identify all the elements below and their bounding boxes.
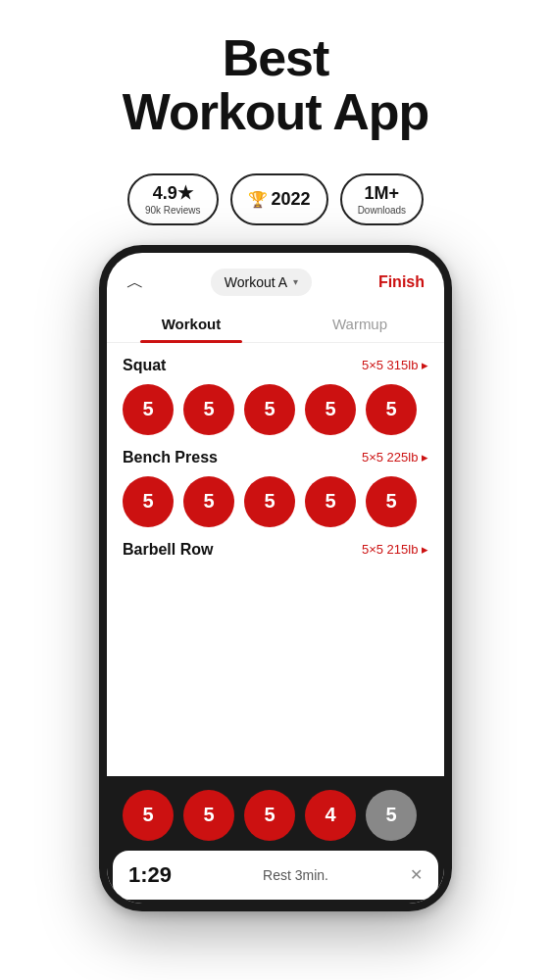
phone-bottom-bar: 5 5 5 4 5 1:29 Rest 3min. ✕ [107,776,444,904]
tab-workout[interactable]: Workout [107,306,276,342]
finish-button[interactable]: Finish [378,273,425,291]
squat-header: Squat 5×5 315lb ▸ [123,357,428,374]
barbell-row-header: Barbell Row 5×5 215lb ▸ [123,541,428,559]
downloads-sub: Downloads [358,205,406,216]
tab-bar: Workout Warmup [107,306,444,343]
barbell-set-5[interactable]: 5 [366,790,417,841]
exercise-squat: Squat 5×5 315lb ▸ 5 5 5 5 5 [123,357,428,435]
chevron-down-icon[interactable]: ︿ [126,270,144,294]
exercise-bench-press: Bench Press 5×5 225lb ▸ 5 5 5 5 5 [123,449,428,527]
bench-set-3[interactable]: 5 [244,476,295,527]
workout-selector[interactable]: Workout A ▾ [211,269,312,296]
barbell-set-4[interactable]: 4 [305,790,356,841]
selector-arrow-icon: ▾ [293,276,298,287]
bench-press-detail[interactable]: 5×5 225lb ▸ [362,450,428,465]
rest-time-display: 1:29 [128,862,172,888]
barbell-row-name: Barbell Row [123,541,213,559]
bench-set-5[interactable]: 5 [366,476,417,527]
squat-set-2[interactable]: 5 [183,384,234,435]
rest-close-icon[interactable]: ✕ [410,865,423,884]
barbell-row-detail[interactable]: 5×5 215lb ▸ [362,542,428,557]
barbell-set-3[interactable]: 5 [244,790,295,841]
bench-press-header: Bench Press 5×5 225lb ▸ [123,449,428,466]
barbell-set-2[interactable]: 5 [183,790,234,841]
app-topbar: ︿ Workout A ▾ Finish [107,253,444,306]
trophy-icon: 🏆 [248,190,268,209]
downloads-badge: 1M+ Downloads [340,173,424,225]
badges-row: 4.9★ 90k Reviews 🏆 2022 1M+ Downloads [127,173,424,225]
rating-badge: 4.9★ 90k Reviews [127,173,219,225]
squat-sets-row: 5 5 5 5 5 [123,384,428,435]
bench-set-4[interactable]: 5 [305,476,356,527]
bench-press-name: Bench Press [123,449,218,466]
bench-set-1[interactable]: 5 [123,476,174,527]
tab-warmup[interactable]: Warmup [276,306,444,342]
rating-sub: 90k Reviews [145,205,201,216]
squat-detail[interactable]: 5×5 315lb ▸ [362,358,428,372]
bench-press-sets-row: 5 5 5 5 5 [123,476,428,527]
award-year: 2022 [272,189,311,211]
squat-name: Squat [123,357,166,374]
rest-timer-bar: 1:29 Rest 3min. ✕ [113,851,438,900]
squat-set-4[interactable]: 5 [305,384,356,435]
squat-set-5[interactable]: 5 [366,384,417,435]
app-title: Best Workout App [123,31,429,138]
barbell-row-sets: 5 5 5 4 5 [107,776,444,851]
exercise-barbell-row: Barbell Row 5×5 215lb ▸ [123,541,428,559]
selector-label: Workout A [225,274,287,290]
squat-set-3[interactable]: 5 [244,384,295,435]
rating-value: 4.9★ [153,183,193,205]
award-badge: 🏆 2022 [230,173,328,225]
header-section: Best Workout App [103,0,449,158]
rest-label: Rest 3min. [263,867,328,883]
barbell-set-1[interactable]: 5 [123,790,174,841]
bench-set-2[interactable]: 5 [183,476,234,527]
phone-outer-shell: ︿ Workout A ▾ Finish Workout Warmup [99,245,452,911]
downloads-value: 1M+ [365,183,400,205]
phone-mockup: ︿ Workout A ▾ Finish Workout Warmup [89,245,462,980]
squat-set-1[interactable]: 5 [123,384,174,435]
